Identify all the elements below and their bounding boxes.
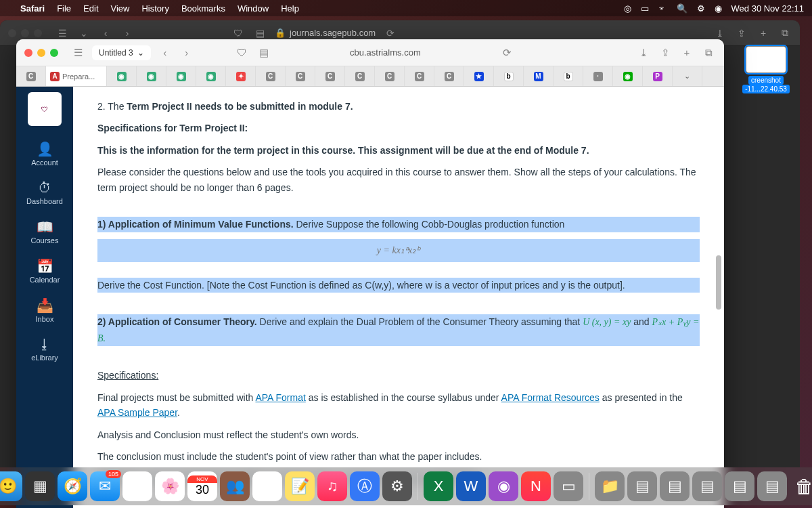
download-icon[interactable]: ⤓ [636,47,651,59]
menubar-window[interactable]: Window [238,3,269,14]
chevron-down-icon[interactable]: ⌄ [77,28,91,39]
tab-item[interactable]: ◉ [613,66,643,86]
menubar-help[interactable]: Help [281,3,299,14]
dock-safari[interactable]: 🧭 [58,471,87,501]
tabs-overview-icon[interactable]: ⧉ [701,47,716,59]
dock-app-1[interactable]: ▭ [554,471,583,501]
dock-podcasts[interactable]: ◉ [489,471,518,501]
tab-dropdown-icon[interactable]: ⌄ [137,48,144,58]
menubar-clock[interactable]: Wed 30 Nov 22:11 [731,3,804,14]
new-tab-icon[interactable]: + [757,28,770,39]
share-icon[interactable]: ⇪ [658,47,673,59]
dock-notes[interactable]: 📝 [285,471,315,501]
dock-recent-1[interactable]: ▤ [627,471,657,501]
tab-item[interactable]: M [524,66,554,86]
sidebar-item-courses[interactable]: 📖 Courses [16,212,73,251]
dock-maps[interactable]: 🗺 [122,471,152,501]
dock-appstore[interactable]: Ⓐ [350,471,380,501]
dock-word[interactable]: W [456,471,486,501]
download-icon[interactable]: ⤓ [713,28,727,39]
institution-logo[interactable]: 🛡 [28,92,62,126]
wifi-icon[interactable]: ᯤ [658,3,667,14]
apa-format-link[interactable]: APA Format [255,392,305,403]
reload-icon[interactable]: ⟳ [499,47,514,59]
tab-item[interactable]: ★ [464,66,494,86]
dock-excel[interactable]: X [424,471,453,501]
note-icon[interactable]: ▤ [256,47,271,59]
sidebar-item-inbox[interactable]: 📥 Inbox [16,291,73,330]
dock-photos[interactable]: 🌸 [155,471,185,501]
tab-item[interactable]: C [434,66,464,86]
maximize-button[interactable] [50,49,58,57]
shield-icon[interactable]: 🛡 [231,28,245,39]
assignment-content[interactable]: 2. The Term Project II needs to be submi… [73,87,724,508]
apa-sample-link[interactable]: APA Sample Paper [97,407,177,418]
tab-item[interactable]: C [286,66,315,86]
forward-icon[interactable]: › [179,47,194,58]
shield-icon[interactable]: 🛡 [235,47,250,58]
dock-recent-4[interactable]: ▤ [725,471,754,501]
desktop-screenshot-file[interactable]: creenshot -11...22.40.53 [732,46,800,93]
menubar-history[interactable]: History [141,3,168,14]
minimize-button[interactable] [37,49,45,57]
reload-icon[interactable]: ⟳ [384,28,397,39]
sidebar-item-dashboard[interactable]: ⏱ Dashboard [16,173,73,212]
scrollbar-thumb[interactable] [716,255,721,310]
menubar-app-name[interactable]: Safari [20,3,45,14]
tab-item[interactable]: C [16,66,46,86]
dock-settings[interactable]: ⚙ [382,471,412,501]
dock-recent-3[interactable]: ▤ [692,471,722,501]
dock-trash[interactable]: 🗑 [790,471,812,501]
tab-item[interactable]: C [315,66,345,86]
tab-item[interactable]: ◉ [137,66,166,86]
note-icon[interactable]: ▤ [253,28,267,39]
sidebar-item-elibrary[interactable]: ⭳ eLibrary [16,330,73,368]
back-icon[interactable]: ‹ [158,47,173,58]
close-button[interactable] [24,49,32,57]
tab-overflow[interactable]: ⌄ [673,66,702,86]
control-center-icon[interactable]: ⚙ [697,3,705,14]
sidebar-item-calendar[interactable]: 📅 Calendar [16,251,73,291]
siri-icon[interactable]: ◉ [715,3,722,14]
dock-reminders[interactable]: ☑ [252,471,282,501]
tab-item[interactable]: b [494,66,524,86]
inner-traffic-lights[interactable] [24,49,58,57]
menubar-bookmarks[interactable]: Bookmarks [181,3,225,14]
tab-item[interactable]: ◉ [107,66,137,86]
battery-icon[interactable]: ▭ [641,3,649,14]
tab-item[interactable]: b [554,66,583,86]
tab-item[interactable]: ◉ [166,66,196,86]
sidebar-toggle-icon[interactable]: ☰ [55,28,69,39]
tab-item[interactable]: C [256,66,286,86]
tab-item[interactable]: ◉ [196,66,226,86]
spotlight-icon[interactable]: 🔍 [677,3,687,14]
apa-resources-link[interactable]: APA Format Resources [501,392,600,403]
share-icon[interactable]: ⇪ [735,28,748,39]
dock-launchpad[interactable]: ▦ [25,471,55,501]
dock-contacts[interactable]: 👥 [220,471,250,501]
dock-music[interactable]: ♫ [317,471,347,501]
tab-item-active[interactable]: A Prepara... [46,66,107,86]
tab-item[interactable]: · [583,66,613,86]
sidebar-toggle-icon[interactable]: ☰ [70,47,85,59]
dock-recent-2[interactable]: ▤ [660,471,690,501]
tab-item[interactable]: P [643,66,673,86]
browser-tab[interactable]: Untitled 3 ⌄ [92,45,151,60]
inner-address-bar[interactable]: cbu.astrialms.com [278,47,493,58]
dock-recent-5[interactable]: ▤ [757,471,787,501]
menubar-edit[interactable]: Edit [83,3,98,14]
tab-item[interactable]: C [405,66,434,86]
tab-item[interactable]: C [345,66,375,86]
dock-finder[interactable]: 🙂 [0,471,22,501]
forward-icon[interactable]: › [120,28,134,39]
dock-calendar[interactable]: NOV 30 [187,471,217,501]
dock-news[interactable]: N [521,471,551,501]
back-icon[interactable]: ‹ [99,28,112,39]
dock-folder[interactable]: 📁 [595,471,625,501]
tab-item[interactable]: C [375,66,405,86]
tab-item[interactable]: ✦ [226,66,256,86]
screen-mirror-icon[interactable]: ◎ [624,3,631,14]
tabs-overview-icon[interactable]: ⧉ [778,27,792,39]
outer-traffic-lights[interactable] [8,29,42,37]
new-tab-icon[interactable]: + [679,47,694,58]
